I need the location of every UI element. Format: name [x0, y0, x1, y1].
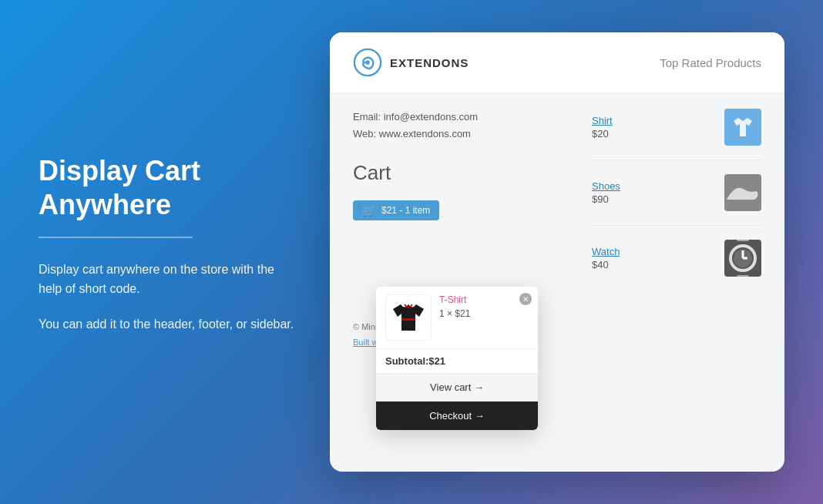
- product-info-shoes: Shoes $90: [592, 180, 620, 205]
- close-popup-button[interactable]: ✕: [519, 293, 532, 305]
- top-rated-label: Top Rated Products: [660, 56, 761, 69]
- popup-subtotal: Subtotal:$21: [376, 349, 538, 374]
- popup-product-qty: 1 × $21: [439, 308, 529, 319]
- logo-area: EXTENDONS: [353, 48, 469, 77]
- store-left: Email: info@extendons.com Web: www.exten…: [353, 109, 569, 304]
- product-thumb-shirt: [724, 109, 761, 146]
- svg-rect-8: [401, 318, 415, 321]
- product-item-shirt: Shirt $20: [592, 109, 761, 160]
- subtotal-label: Subtotal:: [385, 355, 428, 367]
- product-price-watch: $40: [592, 259, 620, 270]
- product-name-shoes[interactable]: Shoes: [592, 180, 620, 192]
- popup-product-info: T-Shirt 1 × $21: [439, 294, 529, 319]
- product-thumb-shoes: [724, 174, 761, 211]
- product-thumb-watch: [724, 240, 761, 277]
- contact-info: Email: info@extendons.com Web: www.exten…: [353, 109, 569, 143]
- left-panel: Display Cart Anywhere Display cart anywh…: [39, 154, 301, 349]
- mini-cart-popup: T-Shirt 1 × $21 ✕ Subtotal:$21 View cart…: [376, 287, 538, 430]
- product-info-shirt: Shirt $20: [592, 115, 613, 139]
- popup-product-name: T-Shirt: [439, 294, 529, 305]
- browser-window: EXTENDONS Top Rated Products Email: info…: [330, 32, 784, 472]
- extendons-logo-icon: [353, 48, 382, 77]
- product-name-shirt[interactable]: Shirt: [592, 115, 613, 126]
- product-name-watch[interactable]: Watch: [592, 246, 620, 257]
- products-panel: Shirt $20 Shoes $90: [592, 109, 761, 304]
- product-info-watch: Watch $40: [592, 246, 620, 270]
- popup-header: T-Shirt 1 × $21 ✕: [376, 287, 538, 349]
- store-content: Email: info@extendons.com Web: www.exten…: [330, 93, 784, 320]
- store-header: EXTENDONS Top Rated Products: [330, 32, 784, 93]
- cart-icon: 🛒: [362, 204, 375, 217]
- logo-text: EXTENDONS: [390, 56, 469, 69]
- svg-point-1: [365, 60, 370, 65]
- svg-rect-2: [737, 240, 749, 241]
- product-item-watch: Watch $40: [592, 240, 761, 291]
- description-2: You can add it to the header, footer, or…: [39, 314, 301, 334]
- contact-email: Email: info@extendons.com: [353, 109, 569, 126]
- main-heading: Display Cart Anywhere: [39, 154, 301, 220]
- cart-badge-text: $21 - 1 item: [381, 205, 430, 216]
- svg-rect-7: [737, 275, 749, 277]
- product-price-shoes: $90: [592, 193, 620, 205]
- cart-title: Cart: [353, 161, 569, 185]
- checkout-button[interactable]: Checkout →: [376, 402, 538, 430]
- divider: [39, 237, 193, 238]
- product-price-shirt: $20: [592, 128, 613, 139]
- view-cart-button[interactable]: View cart →: [376, 374, 538, 402]
- product-item-shoes: Shoes $90: [592, 174, 761, 226]
- subtotal-value: $21: [428, 355, 445, 367]
- description-1: Display cart anywhere on the store with …: [39, 260, 301, 299]
- cart-badge[interactable]: 🛒 $21 - 1 item: [353, 200, 439, 220]
- contact-web: Web: www.extendons.com: [353, 126, 569, 143]
- tshirt-thumbnail: [385, 294, 432, 341]
